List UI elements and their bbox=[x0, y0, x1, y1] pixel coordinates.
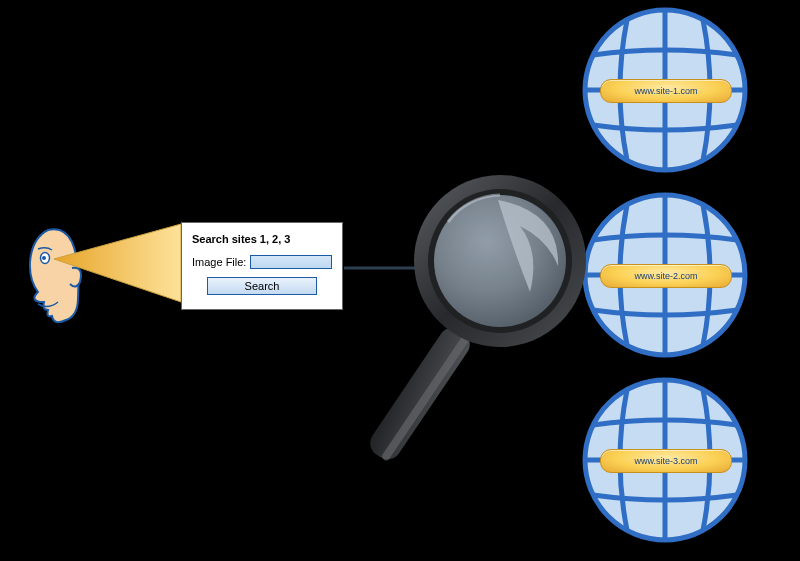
magnifying-glass-icon bbox=[365, 175, 586, 465]
diagram-stage: Search sites 1, 2, 3 Image File: Search … bbox=[0, 0, 800, 561]
search-form: Search sites 1, 2, 3 Image File: Search bbox=[181, 222, 343, 310]
user-head-icon bbox=[30, 229, 81, 322]
search-form-title: Search sites 1, 2, 3 bbox=[192, 233, 332, 245]
svg-point-4 bbox=[42, 256, 46, 260]
svg-rect-7 bbox=[381, 333, 472, 462]
image-file-row: Image File: bbox=[192, 255, 332, 269]
site-1-url-pill: www.site-1.com bbox=[600, 79, 732, 103]
site-2-url-pill: www.site-2.com bbox=[600, 264, 732, 288]
search-button[interactable]: Search bbox=[207, 277, 317, 295]
image-file-input[interactable] bbox=[250, 255, 332, 269]
image-file-label: Image File: bbox=[192, 256, 246, 268]
site-3-url-pill: www.site-3.com bbox=[600, 449, 732, 473]
